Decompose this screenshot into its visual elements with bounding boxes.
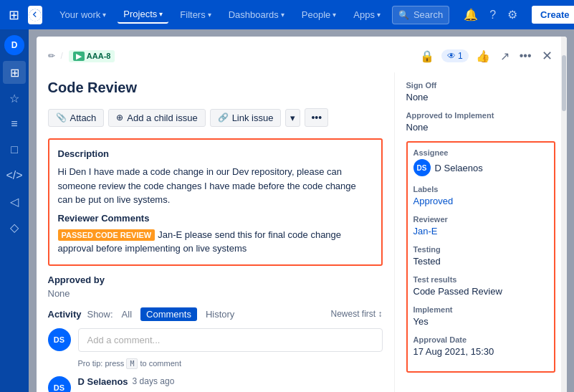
chevron-down-icon: ▾ [377,11,381,19]
share-icon[interactable]: ↗ [497,47,512,66]
sidebar-icon-list[interactable]: ≡ [3,113,26,135]
comment-body: Thanks Dan now the code change has been … [78,390,383,393]
sign-off-field: Sign Off None [406,81,555,102]
right-detail-box: Assignee DS D Selaenos Labels Approved R… [406,141,555,373]
keyboard-shortcut: M [126,358,138,369]
testing-value: Tested [413,256,548,267]
filter-history-button[interactable]: History [203,307,237,321]
notifications-icon[interactable]: 🔔 [461,5,481,24]
breadcrumb-separator: / [61,51,63,61]
description-section: Description Hi Den I have made a code ch… [48,138,383,266]
assignee-label: Assignee [413,148,548,157]
activity-title: Activity [48,309,82,320]
close-icon[interactable]: ✕ [539,45,555,67]
labels-field: Labels Approved [413,185,548,206]
reviewer-comments-title: Reviewer Comments [58,213,373,224]
approved-by-section: Approved by None [48,274,383,299]
labels-label: Labels [413,185,548,193]
nav-dashboards[interactable]: Dashboards ▾ [223,6,290,23]
filter-comments-button[interactable]: Comments [140,307,197,321]
help-icon[interactable]: ? [487,6,499,24]
test-results-field: Test results Code Passed Review [413,275,548,297]
lock-icon[interactable]: 🔒 [417,47,437,66]
testing-label: Testing [413,245,548,254]
search-icon: 🔍 [398,10,409,20]
approved-to-implement-value: None [406,122,555,133]
modal-header: ✏ / ▶ AAA-8 🔒 👁 1 👍 ↗ ••• ✕ [37,37,567,72]
approval-date-value: 17 Aug 2021, 15:30 [413,346,548,357]
user-comment: DS D Selaenos 3 days ago Thanks Dan now … [48,376,383,393]
sidebar-icon-diamond[interactable]: ◇ [3,216,26,239]
modal-body: Code Review 📎 Attach ⊕ Add a child issue [37,72,567,392]
link-issue-button[interactable]: 🔗 Link issue [210,109,282,127]
commenter-name: D Selaenos [78,376,128,387]
chevron-down-icon: ▾ [208,11,211,19]
sidebar-icon-home[interactable]: ⊞ [3,61,26,84]
scrollbar-track[interactable] [561,72,567,392]
nav-filters[interactable]: Filters ▾ [174,6,216,23]
modal-right-panel: Sign Off None Approved to Implement None… [395,72,567,392]
assignee-row: DS D Selaenos [413,159,548,176]
sidebar-icon-star[interactable]: ☆ [3,87,26,110]
more-icon[interactable]: ••• [517,47,535,65]
approved-to-implement-label: Approved to Implement [406,111,555,120]
approved-by-title: Approved by [48,274,383,285]
assignee-name[interactable]: D Selaenos [435,163,483,173]
jira-logo[interactable] [28,6,42,24]
chevron-down-icon: ▾ [281,11,284,19]
description-title: Description [58,148,373,159]
edit-icon[interactable]: ✏ [48,51,55,61]
nav-projects[interactable]: Projects ▾ [118,6,168,24]
chevron-down-icon: ▾ [159,10,163,18]
add-child-button[interactable]: ⊕ Add a child issue [108,109,205,127]
assignee-avatar: DS [413,159,431,176]
chevron-down-icon: ▾ [333,11,336,19]
watch-button[interactable]: 👁 1 [441,49,469,62]
approved-to-implement-field: Approved to Implement None [406,111,555,133]
modal-left-panel: Code Review 📎 Attach ⊕ Add a child issue [37,72,395,392]
nav-people[interactable]: People ▾ [296,6,342,23]
grid-icon[interactable]: ⊞ [9,7,19,23]
epic-icon: ▶ [73,52,85,61]
chevron-down-icon: ▾ [102,11,106,19]
activity-header: Activity Show: All Comments History Newe… [48,307,383,321]
scrollbar-thumb[interactable] [562,72,566,111]
comment-time: 3 days ago [133,376,175,386]
create-button[interactable]: Create [532,6,574,24]
eye-icon: 👁 [447,51,456,61]
testing-field: Testing Tested [413,245,548,267]
comment-meta: D Selaenos 3 days ago [78,376,383,387]
approved-by-value: None [48,288,383,299]
commenter-avatar: DS [48,376,71,393]
action-buttons: 📎 Attach ⊕ Add a child issue 🔗 Link issu… [48,108,383,127]
reviewer-field: Reviewer Jan-E [413,215,548,236]
attach-button[interactable]: 📎 Attach [48,109,105,127]
thumbs-up-icon[interactable]: 👍 [473,47,493,66]
reviewer-value[interactable]: Jan-E [413,226,548,236]
show-label: Show: [87,309,113,320]
approval-date-field: Approval Date 17 Aug 2021, 15:30 [413,335,548,357]
comment-input[interactable]: Add a comment... [78,328,383,352]
nav-apps[interactable]: Apps ▾ [348,6,386,23]
settings-icon[interactable]: ⚙ [504,5,520,24]
sidebar-icon-back[interactable]: ◁ [3,190,26,213]
more-options-button[interactable]: ••• [305,108,328,127]
nav-icon-group: 🔔 ? ⚙ [461,5,520,24]
dropdown-button[interactable]: ▾ [285,109,300,127]
nav-your-work[interactable]: Your work ▾ [54,6,112,23]
sort-button[interactable]: Newest first ↕ [330,309,382,319]
labels-value[interactable]: Approved [413,196,548,206]
modal-top-actions: 🔒 👁 1 👍 ↗ ••• ✕ [417,45,555,67]
child-icon: ⊕ [116,113,123,123]
avatar[interactable]: D [4,35,24,55]
sidebar-icon-code[interactable]: </> [3,164,26,187]
sign-off-value: None [406,92,555,102]
sidebar-icon-board[interactable]: □ [3,138,26,161]
filter-all-button[interactable]: All [119,307,135,321]
epic-tag[interactable]: ▶ AAA-8 [69,50,115,62]
search-bar[interactable]: 🔍 Search [392,6,449,24]
reviewer-text: PASSED CODE REVIEWJan-E please send this… [58,228,373,256]
passed-badge: PASSED CODE REVIEW [58,229,156,241]
implement-value: Yes [413,316,548,327]
reviewer-label: Reviewer [413,215,548,224]
